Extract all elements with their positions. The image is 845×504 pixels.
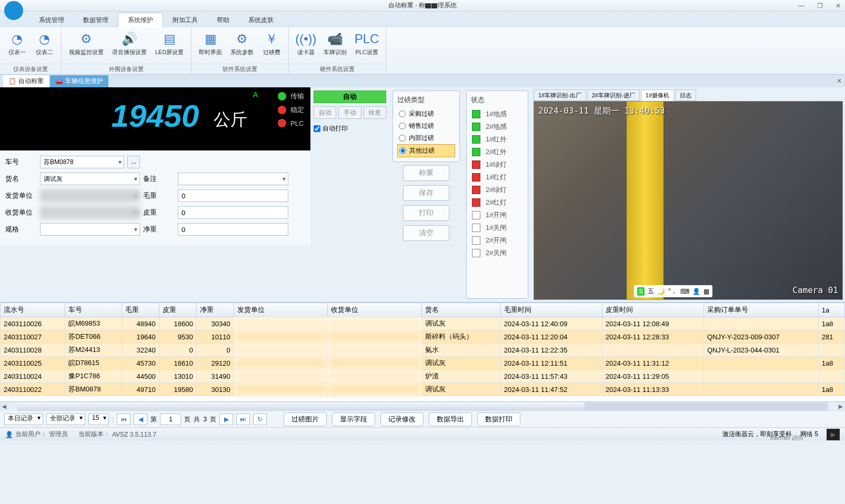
last-page-button[interactable]: ⏭ [236, 414, 250, 425]
tare-input[interactable] [178, 206, 288, 219]
mode-auto-button[interactable]: 自动 [314, 106, 336, 119]
doc-tab-vehicle-info[interactable]: 🚗车辆信息维护 [50, 75, 108, 87]
pager-记录修改[interactable]: 记录修改 [380, 412, 424, 426]
table-row[interactable]: 2403110026皖M69853489401860030340████████… [1, 317, 845, 330]
weigh-type-3[interactable]: 其他过磅 [397, 144, 455, 157]
filter2-select[interactable]: 全部记录 [46, 414, 85, 425]
cam-tab-0[interactable]: 1#车牌识别-出厂 [534, 89, 586, 101]
prev-page-button[interactable]: ◀ [134, 414, 147, 425]
col-毛重[interactable]: 毛重 [122, 303, 159, 317]
col-净重[interactable]: 净重 [196, 303, 234, 317]
scroll-thumb[interactable] [17, 402, 585, 411]
auto-button[interactable]: 自动 [314, 90, 386, 103]
gross-input[interactable] [178, 189, 288, 202]
ime-toolbar[interactable]: S 五 🌙 °， ⌨ 👤 ▦ [634, 285, 712, 297]
col-收货单位[interactable]: 收货单位 [328, 303, 421, 317]
remark-input[interactable] [178, 173, 288, 185]
data-grid[interactable]: 流水号车号毛重皮重净重发货单位收货单位货名毛重时间皮重时间采购订单单号1a240… [0, 302, 845, 402]
auto-print-checkbox[interactable] [314, 125, 320, 132]
cam-tab-2[interactable]: 1#摄像机 [641, 89, 674, 101]
ribbon-视频监控设置[interactable]: ⚙视频监控设置 [66, 29, 107, 57]
doc-tabs-close-icon[interactable]: ✕ [837, 77, 842, 85]
maximize-button[interactable]: ❐ [817, 2, 823, 9]
col-货名[interactable]: 货名 [421, 303, 500, 317]
table-row[interactable]: 2403110027苏DET06619640953010110█████████… [1, 330, 845, 344]
ribbon-读卡器[interactable]: ((•))读卡器 [293, 29, 318, 57]
goods-select[interactable]: 调试灰 [40, 173, 140, 185]
status-2#红外: 2#红外 [471, 146, 524, 158]
ribbon-LED屏设置[interactable]: ▤LED屏设置 [152, 29, 187, 57]
col-发货单位[interactable]: 发货单位 [234, 303, 327, 317]
weigh-type-1[interactable]: 销售过磅 [397, 120, 455, 132]
menu-skin[interactable]: 系统皮肤 [239, 13, 283, 27]
menu-help[interactable]: 帮助 [207, 13, 239, 27]
col-采购订单单号[interactable]: 采购订单单号 [703, 303, 818, 317]
ribbon-过磅费[interactable]: ￥过磅费 [259, 29, 284, 57]
ribbon-语音播报设置[interactable]: 🔊语音播报设置 [109, 29, 150, 57]
col-车号[interactable]: 车号 [65, 303, 122, 317]
ime-punct-icon[interactable]: °， [668, 287, 677, 296]
recv-select[interactable]: ████████ [40, 206, 140, 219]
table-row[interactable]: 2403110028苏M244133224000████████████████… [1, 344, 845, 357]
weight-display: A 19450 公斤 传输 稳定 PLC [0, 87, 310, 150]
ime-grid-icon[interactable]: ▦ [703, 288, 709, 295]
table-row[interactable]: 2403110024豫P1C786445001301031490████████… [1, 370, 845, 383]
close-button[interactable]: ✕ [836, 2, 841, 9]
pager-过磅图片[interactable]: 过磅图片 [284, 412, 327, 426]
ribbon-系统参数[interactable]: ⚙系统参数 [227, 29, 257, 57]
cam-tab-3[interactable]: 日志 [675, 89, 696, 101]
spec-select[interactable] [40, 223, 140, 236]
pager-数据打印[interactable]: 数据打印 [477, 412, 520, 426]
net-input[interactable] [178, 223, 288, 236]
grid-hscroll[interactable]: ◀ ▶ [0, 402, 845, 411]
doc-tab-auto-weigh[interactable]: 📋自动称重 [3, 75, 49, 87]
pagesize-select[interactable]: 15 [88, 414, 109, 425]
cam-tab-1[interactable]: 2#车牌识别-进厂 [587, 89, 640, 101]
menubar: 系统管理 数据管理 系统维护 附加工具 帮助 系统皮肤 [0, 12, 845, 27]
pager-显示字段[interactable]: 显示字段 [332, 412, 375, 426]
table-row[interactable]: 2403110022苏BM0878497101958030130████████… [1, 383, 845, 396]
col-1a[interactable]: 1a [818, 303, 844, 317]
first-page-button[interactable]: ⏮ [117, 414, 130, 425]
next-page-button[interactable]: ▶ [219, 414, 233, 425]
light-transmit-icon [278, 92, 286, 100]
mode-manual-button[interactable]: 手动 [338, 106, 361, 119]
mode-rest-button[interactable]: 休息 [364, 106, 386, 119]
menu-system-maintain[interactable]: 系统维护 [118, 13, 163, 27]
action-称重[interactable]: 称重 [403, 165, 449, 181]
minimize-button[interactable]: — [798, 2, 804, 9]
col-毛重时间[interactable]: 毛重时间 [500, 303, 602, 317]
menu-data-manage[interactable]: 数据管理 [74, 13, 118, 27]
scroll-right-button[interactable]: ▶ [837, 402, 845, 411]
table-row[interactable]: 2403110025皖D78615457301661029120████████… [1, 357, 845, 370]
weigh-type-2[interactable]: 内部过磅 [397, 132, 455, 144]
car-more-button[interactable]: ... [127, 156, 140, 168]
page-input[interactable] [160, 414, 181, 425]
ribbon-仪表二[interactable]: ◔仪表二 [32, 29, 57, 57]
filter1-select[interactable]: 本日记录 [4, 414, 43, 425]
action-清空[interactable]: 清空 [403, 225, 449, 241]
col-皮重时间[interactable]: 皮重时间 [602, 303, 703, 317]
ribbon-PLC设置[interactable]: PLCPLC设置 [352, 29, 381, 57]
weigh-type-0[interactable]: 采购过磅 [397, 108, 455, 120]
pager-数据导出[interactable]: 数据导出 [429, 412, 472, 426]
ribbon-即时界面[interactable]: ▦即时界面 [196, 29, 225, 57]
ribbon-车牌识别[interactable]: 📹车牌识别 [320, 29, 350, 57]
ime-moon-icon[interactable]: 🌙 [657, 288, 665, 295]
action-保存[interactable]: 保存 [403, 185, 449, 201]
refresh-button[interactable]: ↻ [253, 414, 267, 425]
col-皮重[interactable]: 皮重 [159, 303, 196, 317]
col-流水号[interactable]: 流水号 [1, 303, 65, 317]
ime-user-icon[interactable]: 👤 [692, 288, 700, 295]
status-2#红灯: 2#红灯 [471, 196, 524, 209]
ribbon-仪表一[interactable]: ◔仪表一 [4, 29, 29, 57]
action-打印[interactable]: 打印 [403, 205, 449, 221]
car-select[interactable]: 苏BM0878 [40, 156, 124, 168]
tray-icon[interactable]: ▶ [827, 429, 840, 440]
ime-icon: S [637, 287, 645, 296]
menu-addon-tools[interactable]: 附加工具 [163, 13, 207, 27]
menu-system-manage[interactable]: 系统管理 [29, 13, 74, 27]
ime-keyboard-icon[interactable]: ⌨ [680, 288, 689, 295]
scroll-left-button[interactable]: ◀ [0, 402, 8, 411]
send-select[interactable]: ████████ [40, 189, 140, 202]
